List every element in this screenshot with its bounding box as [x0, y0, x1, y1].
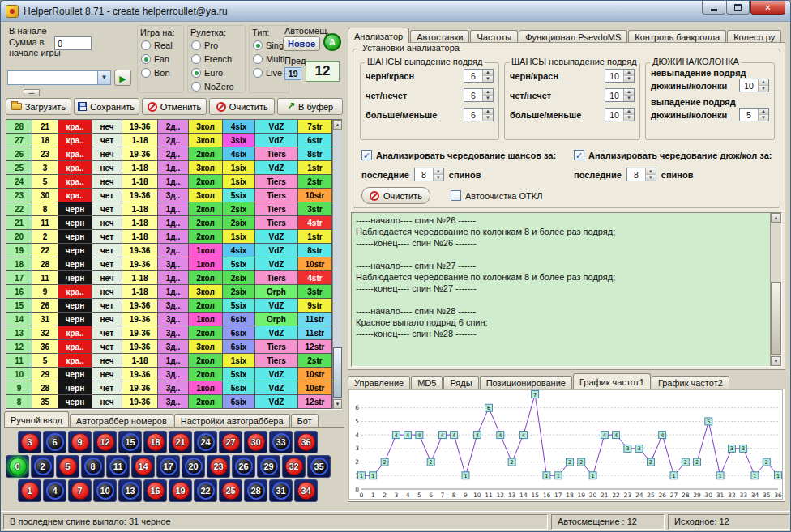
number-button-21[interactable]: 21 [169, 431, 192, 453]
streak-больше-меньше-up-icon[interactable]: ▲ [483, 109, 493, 115]
roulette-option-french[interactable]: French [191, 53, 243, 66]
table-row[interactable]: 169кра..неч1-181д..3кол2sixOrph3str [6, 285, 342, 299]
maximize-button[interactable] [726, 1, 750, 15]
number-button-15[interactable]: 15 [118, 431, 142, 453]
number-button-2[interactable]: 2 [31, 455, 54, 478]
number-button-1[interactable]: 1 [18, 479, 41, 502]
table-row[interactable]: 1828чернчет19-363д..1кол5sixVdZ10str [6, 257, 342, 271]
number-button-14[interactable]: 14 [131, 455, 155, 478]
chart-tab-График частот2[interactable]: График частот2 [652, 376, 729, 389]
chart-tab-Управление[interactable]: Управление [348, 376, 410, 389]
number-button-0[interactable]: 0 [6, 455, 29, 478]
analyzer-tab-Контроль банкролла[interactable]: Контроль банкролла [628, 30, 726, 43]
streak-чет-нечет-spinner[interactable]: 6▲▼ [464, 88, 494, 102]
table-row[interactable]: 245кра..неч1-181д..2кол1sixTiers2str [6, 175, 342, 189]
type-radio-multi[interactable] [253, 54, 263, 64]
nostreak-черн-красн-down-icon[interactable]: ▼ [624, 76, 634, 82]
roulette-radio-french[interactable] [191, 54, 201, 64]
table-row[interactable]: 2330кра..чет19-363д..3кол5sixTiers10str [6, 189, 342, 202]
analyzer-log[interactable]: -----начало---- спин №26 ------ Наблюдае… [351, 212, 782, 367]
undo-button[interactable]: Отменить [142, 98, 207, 115]
save-button[interactable]: Сохранить [74, 98, 139, 115]
log-scrollbar[interactable]: ▲ ▼ [770, 213, 781, 366]
chart-tab-График частот1[interactable]: График частот1 [573, 373, 651, 389]
dozen-дюжины-колонки-down-icon[interactable]: ▼ [759, 115, 768, 121]
table-row[interactable]: 115кра..неч1-181д..2кол1sixTiers2str [6, 354, 342, 368]
streak-чет-нечет-down-icon[interactable]: ▼ [483, 96, 493, 101]
table-row[interactable]: 1029черннеч19-363д..2кол5sixVdZ10str [6, 368, 342, 381]
chances-alternation-down-icon[interactable]: ▼ [434, 175, 443, 181]
type-option-live[interactable]: Live [253, 66, 287, 79]
nostreak-больше-меньше-spinner[interactable]: 10▲▼ [605, 108, 635, 121]
analyze-dozens-checkbox[interactable]: ✓ [574, 150, 584, 160]
number-button-8[interactable]: 8 [81, 455, 105, 478]
number-button-5[interactable]: 5 [56, 455, 79, 478]
game-radio-bon[interactable] [141, 68, 151, 78]
number-button-30[interactable]: 30 [244, 431, 267, 453]
number-button-3[interactable]: 3 [18, 431, 41, 453]
scroll-up-icon[interactable]: ▲ [333, 120, 342, 130]
number-button-18[interactable]: 18 [143, 431, 167, 453]
table-row[interactable]: 1711черннеч1-181д..2кол2sixTiers4str [6, 271, 342, 285]
titlebar[interactable]: HelperRoullet 8.71 - create helperroulle… [1, 1, 790, 22]
scrollbar-thumb[interactable] [333, 347, 342, 398]
game-radio-real[interactable] [141, 40, 151, 50]
number-button-7[interactable]: 7 [68, 479, 92, 502]
number-button-23[interactable]: 23 [207, 455, 230, 478]
game-option-bon[interactable]: Bon [141, 66, 182, 79]
table-row[interactable]: 228чернчет1-181д..2кол2sixTiers3str [6, 202, 342, 216]
a-button[interactable]: A [323, 33, 341, 51]
table-row[interactable]: 2718кра..чет1-182д..3кол3sixVdZ6str [6, 134, 342, 147]
number-button-13[interactable]: 13 [118, 479, 142, 502]
type-radio-live[interactable] [253, 68, 263, 78]
table-row[interactable]: 1236кра..чет19-363д..3кол6sixTiers12str [6, 340, 342, 354]
nostreak-чет-нечет-up-icon[interactable]: ▲ [624, 89, 634, 96]
table-row[interactable]: 2111черннеч1-181д..2кол2sixTiers4str [6, 216, 342, 230]
dozen-дюжины-колонки-down-icon[interactable]: ▼ [759, 86, 768, 92]
number-button-29[interactable]: 29 [257, 455, 280, 478]
analyzer-tab-Функционал PsevdoMS[interactable]: Функционал PsevdoMS [519, 30, 627, 43]
table-row[interactable]: 1922чернчет19-362д..1кол4sixVdZ8str [6, 244, 342, 257]
table-row[interactable]: 1332кра..чет19-363д..2кол6sixVdZ11str [6, 326, 342, 340]
streak-черн-красн-spinner[interactable]: 6▲▼ [464, 69, 494, 83]
analyzer-clear-button[interactable]: Очистить [361, 187, 430, 204]
number-button-17[interactable]: 17 [156, 455, 180, 478]
clear-button[interactable]: Очистить [209, 98, 275, 115]
dozen-дюжины-колонки-spinner[interactable]: 10▲▼ [739, 79, 769, 92]
input-tab-Автограббер номеров[interactable]: Автограббер номеров [70, 414, 173, 427]
roulette-option-nozero[interactable]: NoZero [191, 80, 243, 93]
number-button-35[interactable]: 35 [307, 455, 331, 478]
combo-dropdown-icon[interactable]: ▼ [97, 71, 110, 84]
roulette-radio-nozero[interactable] [191, 82, 201, 92]
number-button-4[interactable]: 4 [43, 479, 66, 502]
roulette-radio-pro[interactable] [191, 40, 201, 50]
streak-черн-красн-up-icon[interactable]: ▲ [483, 70, 493, 76]
analyzer-tab-Частоты[interactable]: Частоты [470, 30, 518, 43]
table-row[interactable]: 1431черннеч19-363д..1кол6sixOrph11str [6, 313, 342, 326]
table-row[interactable]: 2623кра..неч19-362д..2кол4sixTiers8str [6, 147, 342, 161]
nostreak-черн-красн-up-icon[interactable]: ▲ [624, 70, 634, 76]
dozen-дюжины-колонки-up-icon[interactable]: ▲ [759, 79, 768, 86]
collapse-button[interactable]: — [24, 89, 40, 96]
table-row[interactable]: 253кра..неч1-181д..3кол1sixVdZ1str [6, 161, 342, 175]
nostreak-больше-меньше-up-icon[interactable]: ▲ [624, 109, 634, 115]
chart-tab-Ряды[interactable]: Ряды [443, 376, 478, 389]
streak-больше-меньше-spinner[interactable]: 6▲▼ [464, 108, 494, 121]
roulette-radio-euro[interactable] [191, 68, 201, 78]
dozen-дюжины-колонки-up-icon[interactable]: ▲ [759, 109, 768, 115]
log-scroll-down-icon[interactable]: ▼ [771, 356, 781, 366]
number-button-16[interactable]: 16 [143, 479, 167, 502]
number-button-34[interactable]: 34 [294, 479, 318, 502]
table-row[interactable]: 1526чернчет19-363д..2кол5sixVdZ9str [6, 299, 342, 313]
analyze-chances-checkbox[interactable]: ✓ [361, 150, 372, 160]
load-button[interactable]: Загрузить [6, 98, 71, 115]
numbers-combobox[interactable]: ▼ [7, 70, 111, 85]
minimize-button[interactable] [702, 1, 725, 15]
log-scroll-up-icon[interactable]: ▲ [771, 213, 781, 223]
game-radio-fan[interactable] [141, 54, 151, 64]
nostreak-чет-нечет-spinner[interactable]: 10▲▼ [605, 88, 635, 102]
nostreak-чет-нечет-down-icon[interactable]: ▼ [624, 96, 634, 101]
number-button-36[interactable]: 36 [294, 431, 318, 453]
number-button-9[interactable]: 9 [68, 431, 92, 453]
new-button[interactable]: Новое [283, 36, 320, 51]
